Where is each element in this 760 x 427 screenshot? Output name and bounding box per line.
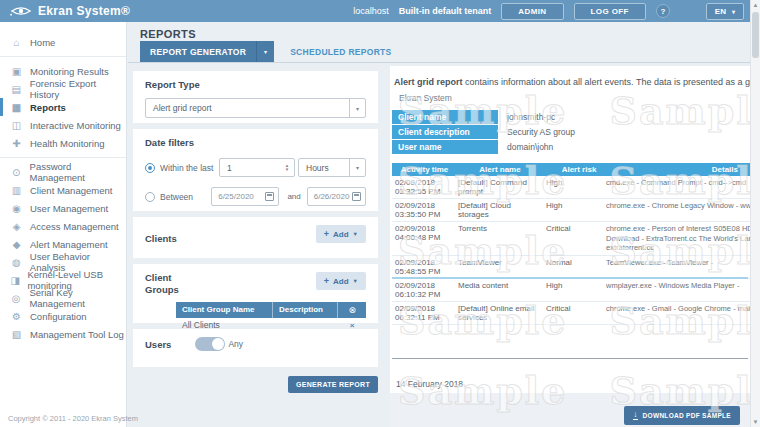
download-label: DOWNLOAD PDF SAMPLE	[643, 412, 731, 419]
alert-icon: ◆	[10, 239, 23, 250]
sidebar-item-forensic-export-history[interactable]: ▤ Forensic Export History	[0, 80, 126, 98]
activity-time-cell: 02/09/2018 05:48:55 PM	[392, 258, 454, 276]
help-icon[interactable]: ?	[656, 4, 670, 18]
sidebar-item-access-management[interactable]: ◈ Access Management	[0, 217, 126, 235]
sidebar-item-health-monitoring[interactable]: ✚ Health Monitoring	[0, 134, 126, 152]
table-row: 02/09/2018 03:32:55 PM [Default] Command…	[392, 176, 750, 199]
date-filters-card: Date filters Within the last 1 ▲ ▼	[133, 129, 378, 211]
download-icon: ↓	[633, 411, 637, 420]
logoff-button[interactable]: LOG OFF	[574, 3, 646, 20]
monitor-icon: ▣	[10, 66, 23, 77]
calendar-icon[interactable]	[352, 192, 361, 201]
add-label: Add	[333, 277, 349, 286]
language-value: EN	[715, 7, 726, 16]
generate-report-button[interactable]: GENERATE REPORT	[288, 376, 378, 393]
sidebar-item-serial-key-management[interactable]: ◎ Serial Key Management	[0, 289, 126, 307]
admin-button[interactable]: ADMIN	[501, 3, 563, 20]
info-row: User name domain\john	[392, 140, 750, 154]
details-cell: TeamViewer.exe - TeamViewer -	[606, 258, 750, 276]
sidebar-item-client-management[interactable]: ▥ Client Management	[0, 181, 126, 199]
user-icon: ◉	[10, 203, 23, 214]
within-last-radio[interactable]: Within the last	[145, 163, 219, 173]
alert-name-cell: [Default] Command prompt	[454, 178, 540, 196]
sidebar: ⌂ Home ▣ Monitoring Results ▤ Forensic E…	[0, 22, 127, 427]
time-unit-select[interactable]: Hours ▾	[298, 158, 366, 177]
vertical-scrollbar[interactable]: ▲ ▼	[750, 0, 760, 427]
date-from-input[interactable]: 6/25/2020	[211, 187, 279, 206]
tab-dropdown-caret-icon[interactable]: ▾	[256, 41, 274, 62]
screen-icon: ◫	[10, 120, 23, 131]
health-cross-icon: ✚	[10, 138, 23, 149]
toggle-knob[interactable]	[212, 338, 224, 350]
sidebar-item-label: Health Monitoring	[30, 138, 104, 149]
sidebar-item-label: Home	[30, 37, 55, 48]
details-line: cmd.exe - Command Prompt - cmd-->cmd	[606, 178, 746, 187]
scroll-up-icon[interactable]: ▲	[751, 2, 760, 8]
brand-name: Ekran System®	[38, 4, 130, 18]
scroll-down-icon[interactable]: ▼	[751, 419, 760, 425]
add-client-groups-button[interactable]: + Add ▼	[316, 272, 366, 290]
sidebar-item-reports[interactable]: ▦ Reports	[0, 98, 126, 116]
sidebar-item-label: Management Tool Log	[30, 329, 124, 340]
alert-risk-cell: Critical	[540, 224, 606, 253]
sidebar-item-label: User Management	[30, 203, 108, 214]
alert-risk-cell: High	[540, 281, 606, 299]
plus-icon: +	[324, 276, 329, 286]
sidebar-item-interactive-monitoring[interactable]: ◫ Interactive Monitoring	[0, 116, 126, 134]
alert-risk-cell: Normal	[540, 258, 606, 276]
number-stepper[interactable]: ▲ ▼	[280, 159, 294, 176]
sidebar-divider	[0, 56, 126, 57]
chevron-down-icon: ▾	[349, 99, 365, 117]
sidebar-item-user-management[interactable]: ◉ User Management	[0, 199, 126, 217]
chevron-down-icon: ▼	[353, 231, 358, 237]
column-header-activity-time: Activity time	[392, 165, 457, 174]
sidebar-item-label: Monitoring Results	[30, 66, 109, 77]
download-pdf-sample-button[interactable]: ↓ DOWNLOAD PDF SAMPLE	[624, 406, 740, 425]
radio-selected-icon[interactable]	[145, 163, 155, 173]
report-page-divider	[392, 358, 748, 359]
info-value: johnsmith-pc	[498, 110, 555, 124]
radio-unselected-icon[interactable]	[145, 192, 155, 202]
add-clients-button[interactable]: + Add ▼	[316, 225, 366, 243]
stepper-down-icon[interactable]: ▼	[285, 168, 289, 172]
tab-report-generator[interactable]: REPORT GENERATOR	[140, 41, 256, 62]
page-title: REPORTS	[140, 28, 196, 40]
report-type-select[interactable]: Alert grid report ▾	[145, 98, 366, 118]
details-line: Download - ExtraTorrent.cc The World's L…	[606, 234, 750, 243]
time-unit-value: Hours	[299, 163, 349, 173]
date-to-input[interactable]: 6/26/2020	[307, 187, 366, 206]
details-line: extratorrent.cc	[606, 243, 654, 252]
details-line: wmplayer.exe - Windows Media Player -	[606, 281, 739, 290]
usb-icon: ◨	[10, 275, 20, 286]
info-label: User name	[392, 140, 498, 154]
tenant-label: Built-in default tenant	[399, 6, 492, 16]
date-from-value: 6/25/2020	[212, 192, 265, 201]
sidebar-item-password-management[interactable]: ⊙ Password Management	[0, 163, 126, 181]
details-line: TeamViewer.exe - TeamViewer -	[606, 258, 713, 267]
details-line: chrome.exe - Chrome Legacy Window - www.…	[606, 201, 750, 210]
report-preview-panel: Alert grid report contains information a…	[390, 66, 750, 427]
sidebar-item-home[interactable]: ⌂ Home	[0, 33, 126, 51]
column-header-name: Client Group Name	[176, 302, 273, 318]
report-form: Report Type Alert grid report ▾ Date fil…	[133, 71, 378, 393]
language-selector[interactable]: EN ▾	[706, 3, 744, 20]
tab-scheduled-reports[interactable]: SCHEDULED REPORTS	[274, 41, 407, 62]
export-icon: ▤	[10, 84, 23, 95]
alert-name-cell: [Default] Cloud storages	[454, 201, 540, 219]
report-header: Ekran System	[399, 93, 452, 103]
report-type-card: Report Type Alert grid report ▾	[133, 71, 378, 123]
details-cell: chrome.exe - Gmail - Google Chrome - mai…	[606, 304, 750, 322]
alert-name-cell: [Default] Online email services	[454, 304, 540, 322]
report-type-label: Report Type	[145, 79, 366, 90]
within-last-value-input[interactable]: 1 ▲ ▼	[219, 158, 295, 177]
alert-risk-cell: Critical	[540, 304, 606, 322]
sidebar-item-configuration[interactable]: ⚙ Configuration	[0, 307, 126, 325]
users-any-toggle[interactable]	[195, 337, 225, 351]
sidebar-item-management-tool-log[interactable]: ▧ Management Tool Log	[0, 325, 126, 343]
remove-all-icon[interactable]: ⊗	[338, 302, 366, 318]
scrollbar-thumb[interactable]	[752, 12, 759, 58]
calendar-icon[interactable]	[265, 192, 274, 201]
within-last-label: Within the last	[160, 163, 213, 173]
between-radio[interactable]: Between	[145, 192, 211, 202]
client-info-table: Client name johnsmith-pc Client descript…	[392, 110, 750, 155]
